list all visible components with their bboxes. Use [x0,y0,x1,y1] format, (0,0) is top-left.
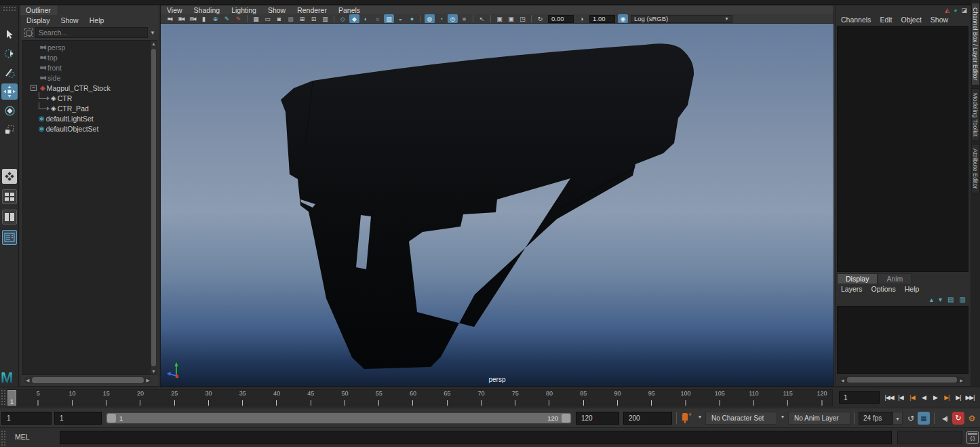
shaded-icon[interactable]: ◆ [349,14,359,23]
loop-playback-icon[interactable]: ↺ [905,412,917,425]
film-gate-icon[interactable]: ▭ [262,14,273,23]
set-key-icon[interactable]: + [681,412,691,424]
lasso-select-tool[interactable] [1,45,18,62]
command-result-field[interactable] [897,431,962,444]
command-line-grip[interactable] [1,430,5,446]
channel-box-menu-item[interactable]: Object [901,16,921,24]
sidebar-tab[interactable]: Modeling Toolkit [971,88,980,141]
outliner-title-tab[interactable]: Outliner [20,5,58,15]
symmetry-icon[interactable]: ◕ [954,7,957,14]
layer-editor-menu-item[interactable]: Layers [841,285,863,293]
gate-mask-icon[interactable]: ▩ [286,14,296,23]
animation-start-field[interactable] [1,412,52,425]
go-to-start-button[interactable]: |◀◀ [884,391,895,404]
view-transform-icon[interactable]: ◉ [618,14,628,23]
isolate-select-icon[interactable]: ◎ [448,14,458,23]
evaluation-icon[interactable]: ◪ [961,7,967,14]
outliner-persp-layout-button[interactable] [2,230,17,245]
view-transform-dropdown[interactable]: Log (sRGB) ▼ [631,15,732,23]
selection-highlight-icon[interactable]: ↖ [477,14,487,23]
animation-end-field[interactable] [623,412,672,425]
textured-icon[interactable]: ◐ [361,14,371,23]
single-pane-layout-button[interactable] [2,169,17,184]
scroll-up-icon[interactable]: ▲ [151,41,157,46]
shadows-icon[interactable]: ▨ [384,14,394,23]
filter-icon[interactable] [24,28,33,37]
paint-select-tool[interactable] [1,64,18,81]
viewport-menu-item[interactable]: Show [268,6,286,14]
select-camera-icon[interactable]: ■◀ [164,14,174,23]
play-every-frame-icon[interactable]: ▦ [918,412,930,425]
field-chart-icon[interactable]: ⊞ [297,14,307,23]
viewport-menu-item[interactable]: Shading [194,6,220,14]
character-controls-icon[interactable]: ◭ [945,7,949,14]
motion-blur-icon[interactable]: ● [407,14,417,23]
command-line-input[interactable] [60,431,892,444]
occlusion-icon[interactable]: ◒ [395,14,406,23]
outliner-item[interactable]: ◈ CTR_Pad [22,103,151,113]
script-editor-icon[interactable]: {;} [966,431,979,444]
range-slider[interactable]: 1 120 [106,412,572,424]
viewport-canvas[interactable]: persp [161,24,834,386]
current-frame-marker[interactable]: 1 [7,390,16,406]
pane-pop-icon[interactable]: ◳ [517,14,528,23]
fps-caret-icon[interactable]: ▼ [893,412,903,425]
gamma-icon[interactable]: ◑ [576,14,587,23]
magpul-ctr-stock-model[interactable] [161,24,834,386]
playback-start-field[interactable] [54,412,102,425]
scrollbar-thumb[interactable] [32,377,143,383]
pan-zoom-icon[interactable]: ⊕ [210,14,220,23]
range-slider-track[interactable]: 1 120 [106,413,571,423]
go-to-end-button[interactable]: ▶▶| [964,391,975,404]
scale-tool[interactable] [1,121,18,138]
outliner-item[interactable]: ■◀ top [22,52,151,62]
camera-settings-icon[interactable]: ▣◀ [176,14,186,23]
new-layer-from-selected-icon[interactable]: ▥ [960,296,966,303]
wireframe-icon[interactable]: ◇ [338,14,348,23]
snapshot-multi-icon[interactable]: ▣ [506,14,516,23]
animation-preferences-icon[interactable]: ⚙ [966,412,978,425]
scrollbar-thumb[interactable] [151,49,156,366]
tree-expander[interactable]: − [31,85,37,91]
step-back-frame-button[interactable]: |◀ [895,391,906,404]
current-frame-field[interactable] [839,391,880,404]
scroll-right-icon[interactable]: ▶ [958,378,964,383]
step-forward-key-button[interactable]: ▶| [941,391,952,404]
new-empty-layer-icon[interactable]: ▤ [947,296,954,303]
outliner-item[interactable]: ■◀ persp [22,42,151,52]
scroll-left-icon[interactable]: ◀ [840,378,846,383]
viewport-menu-item[interactable]: View [167,6,182,14]
safe-title-icon[interactable]: ▥ [320,14,330,23]
outliner-item[interactable]: ◉ defaultObjectSet [22,123,151,134]
channel-box-menu-item[interactable]: Edit [880,16,892,24]
snapshot-icon[interactable]: ▣ [494,14,505,23]
time-slider-grip[interactable] [1,389,5,406]
two-pane-layout-button[interactable] [2,210,17,225]
rotate-tool[interactable] [1,102,18,119]
outliner-item[interactable]: ■◀ front [22,62,151,73]
channel-box-area[interactable] [837,26,968,272]
select-tool[interactable] [1,26,18,43]
layer-down-icon[interactable]: ▾ [939,296,942,303]
channel-box-menu-item[interactable]: Channels [841,16,871,24]
scrollbar-thumb[interactable] [847,377,958,383]
outliner-item[interactable]: ◉ defaultLightSet [22,113,151,123]
inactive-icon[interactable]: ■ [459,14,469,23]
move-tool[interactable] [1,83,18,100]
speaker-icon[interactable]: ◀) [939,412,951,425]
outliner-tree[interactable]: ■◀ persp ■◀ top ■◀ front ■◀ [22,40,151,375]
layer-editor-menu-item[interactable]: Help [905,285,920,293]
viewport-menu-item[interactable]: Panels [338,6,360,14]
grease-pencil-icon[interactable]: ✎ [222,14,232,23]
toolbox-grip[interactable] [3,6,16,12]
scroll-left-icon[interactable]: ◀ [24,378,31,383]
character-set-caret-icon[interactable]: ▼ [696,414,704,419]
layer-up-icon[interactable]: ▴ [930,296,933,303]
outliner-menu-item[interactable]: Show [60,16,78,24]
xray-joints-icon[interactable]: ◔ [436,14,446,23]
time-ruler[interactable]: 1 51015202530354045505560657075808590951… [7,389,833,406]
camera-bookmark-icon[interactable]: ▤◀ [187,14,197,23]
command-language-toggle[interactable]: MEL [15,433,30,441]
range-end-handle[interactable] [562,414,570,423]
fps-dropdown[interactable]: 24 fps [859,412,893,425]
